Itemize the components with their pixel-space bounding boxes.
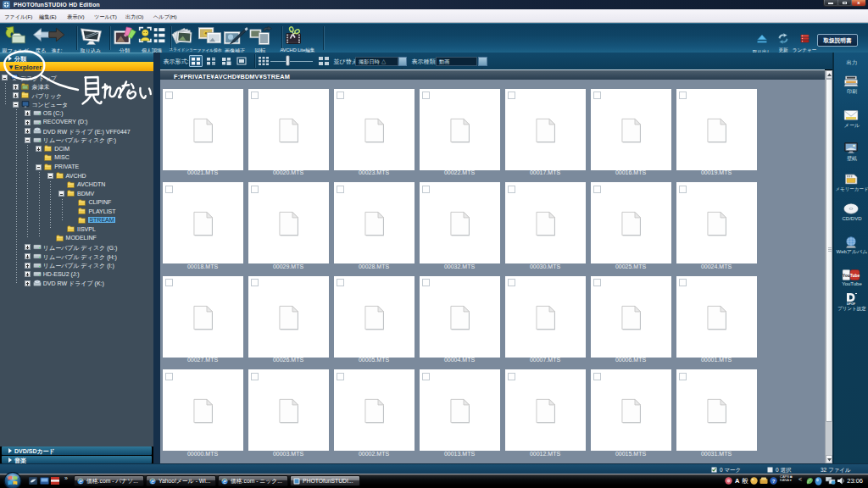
svg-text:You: You [843,273,850,278]
svg-text:DPOF: DPOF [847,302,856,306]
svg-text:Tube: Tube [850,273,860,278]
svg-text:?: ? [772,479,776,484]
svg-text:e: e [79,479,82,485]
svg-text:e: e [151,479,154,485]
svg-text:e: e [223,479,226,485]
